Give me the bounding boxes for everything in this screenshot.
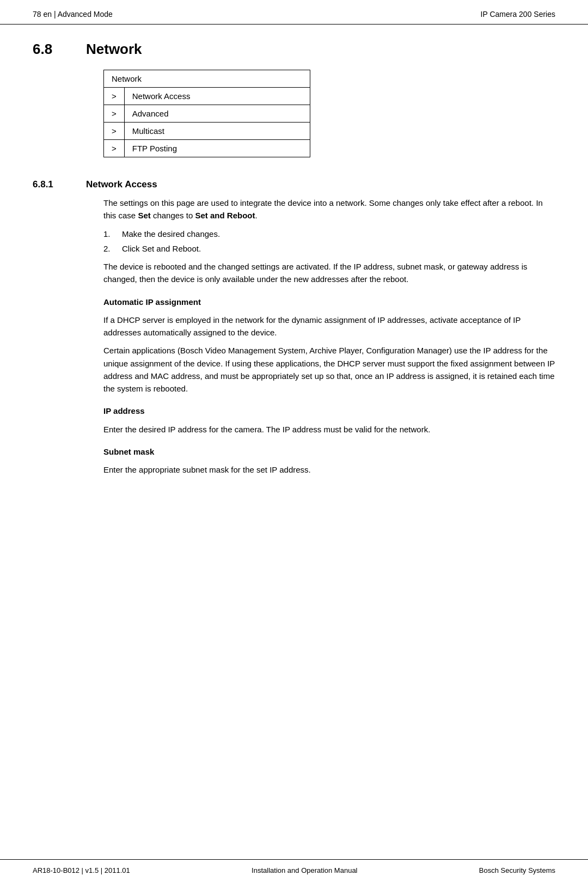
subsection-heading: Network Access bbox=[86, 179, 157, 190]
step-number: 1. bbox=[103, 228, 114, 240]
subsection-number: 6.8.1 bbox=[33, 179, 71, 190]
table-row: >FTP Posting bbox=[104, 140, 310, 157]
table-arrow: > bbox=[104, 88, 125, 105]
page-header: 78 en | Advanced Mode IP Camera 200 Seri… bbox=[0, 0, 588, 25]
table-row: >Advanced bbox=[104, 105, 310, 123]
subnet-mask-section: Subnet mask Enter the appropriate subnet… bbox=[103, 445, 555, 476]
section-heading: Network bbox=[86, 41, 142, 58]
main-content: 6.8 Network Network >Network Access>Adva… bbox=[0, 25, 588, 509]
footer-right: Bosch Security Systems bbox=[479, 866, 555, 874]
page-footer: AR18-10-B012 | v1.5 | 2011.01 Installati… bbox=[0, 859, 588, 881]
section-6-8-title: 6.8 Network bbox=[33, 41, 555, 58]
step-bold: Set and Reboot bbox=[142, 244, 199, 253]
paragraph-2: The device is rebooted and the changed s… bbox=[103, 260, 555, 286]
steps-list: 1.Make the desired changes.2.Click Set a… bbox=[103, 228, 555, 255]
auto-ip-section: Automatic IP assignment If a DHCP server… bbox=[103, 296, 555, 395]
intro-text-end: . bbox=[255, 211, 257, 220]
table-arrow: > bbox=[104, 123, 125, 140]
table-item-label: Advanced bbox=[124, 105, 310, 123]
section-number: 6.8 bbox=[33, 41, 71, 58]
auto-ip-para2: Certain applications (Bosch Video Manage… bbox=[103, 344, 555, 395]
step-text: Click Set and Reboot. bbox=[122, 242, 201, 255]
table-item-label: FTP Posting bbox=[124, 140, 310, 157]
footer-left: AR18-10-B012 | v1.5 | 2011.01 bbox=[33, 866, 130, 874]
header-left: 78 en | Advanced Mode bbox=[33, 10, 113, 19]
table-arrow: > bbox=[104, 105, 125, 123]
intro-text-mid: changes to bbox=[151, 211, 195, 220]
subsection-6-8-1: 6.8.1 Network Access The settings on thi… bbox=[33, 179, 555, 476]
content-area: The settings on this page are used to in… bbox=[103, 197, 555, 476]
ip-address-para1: Enter the desired IP address for the cam… bbox=[103, 423, 555, 436]
auto-ip-para1: If a DHCP server is employed in the netw… bbox=[103, 314, 555, 339]
subsection-title: 6.8.1 Network Access bbox=[33, 179, 555, 190]
footer-center: Installation and Operation Manual bbox=[252, 866, 357, 874]
step-item: 2.Click Set and Reboot. bbox=[103, 242, 555, 255]
page-container: 78 en | Advanced Mode IP Camera 200 Seri… bbox=[0, 0, 588, 881]
ip-address-section: IP address Enter the desired IP address … bbox=[103, 405, 555, 436]
table-row: >Network Access bbox=[104, 88, 310, 105]
table-header: Network bbox=[104, 70, 310, 88]
table-arrow: > bbox=[104, 140, 125, 157]
subnet-mask-para1: Enter the appropriate subnet mask for th… bbox=[103, 463, 555, 476]
auto-ip-heading: Automatic IP assignment bbox=[103, 296, 555, 308]
table-item-label: Network Access bbox=[124, 88, 310, 105]
step-text: Make the desired changes. bbox=[122, 228, 220, 240]
header-right: IP Camera 200 Series bbox=[481, 10, 555, 19]
step-item: 1.Make the desired changes. bbox=[103, 228, 555, 240]
intro-bold-2: Set and Reboot bbox=[195, 211, 255, 220]
ip-address-heading: IP address bbox=[103, 405, 555, 417]
intro-paragraph: The settings on this page are used to in… bbox=[103, 197, 555, 222]
step-number: 2. bbox=[103, 242, 114, 255]
subnet-mask-heading: Subnet mask bbox=[103, 445, 555, 458]
table-item-label: Multicast bbox=[124, 123, 310, 140]
intro-bold-1: Set bbox=[138, 211, 150, 220]
table-row: >Multicast bbox=[104, 123, 310, 140]
network-nav-table: Network >Network Access>Advanced>Multica… bbox=[103, 70, 310, 157]
